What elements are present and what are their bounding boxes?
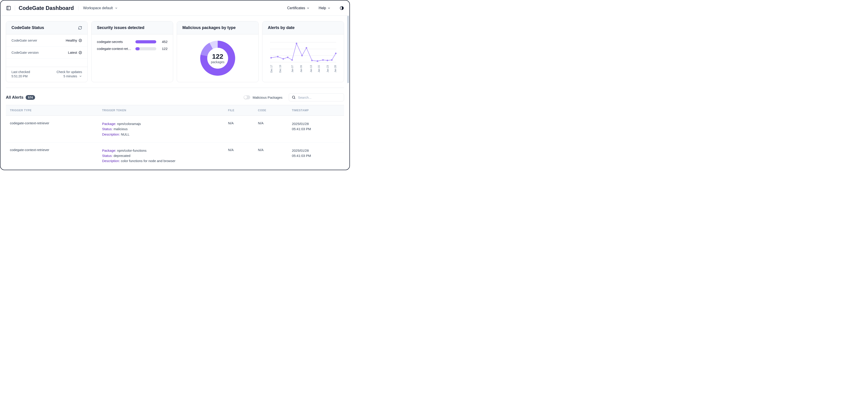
divider xyxy=(78,6,79,10)
cell-code: N/A xyxy=(254,142,288,169)
last-checked-value: 5:51:20 PM xyxy=(11,74,30,78)
status-version-text: Latest xyxy=(68,51,77,55)
malicious-toggle-wrap: Malicious Packages xyxy=(244,95,282,99)
table-header-row: Trigger Type Trigger Token File Code Tim… xyxy=(6,105,344,116)
scrollbar[interactable] xyxy=(347,16,349,83)
status-footer: Last checked 5:51:20 PM Check for update… xyxy=(6,67,88,82)
chevron-down-icon xyxy=(307,6,310,10)
svg-point-17 xyxy=(296,43,297,44)
svg-text:Dec 19: Dec 19 xyxy=(279,65,282,73)
check-updates-dropdown[interactable]: 5 minutes xyxy=(63,74,82,78)
certificates-label: Certificates xyxy=(287,6,305,10)
workspace-dropdown[interactable]: Workspace default xyxy=(83,6,118,10)
col-file: File xyxy=(224,105,254,116)
divider xyxy=(15,5,15,11)
alerts-by-date-title: Alerts by date xyxy=(268,25,294,30)
table-row[interactable]: codegate-context-retriever Package: npm/… xyxy=(6,142,344,169)
content-area: CodeGate Status CodeGate server Healthy … xyxy=(0,16,349,170)
sidebar-toggle-button[interactable] xyxy=(6,5,11,11)
table-row[interactable]: codegate-context-retriever Package: npm/… xyxy=(6,116,344,142)
token-val-status: malicious xyxy=(114,127,128,131)
cell-code: N/A xyxy=(254,116,288,142)
col-trigger-token: Trigger Token xyxy=(98,105,224,116)
certificates-menu[interactable]: Certificates xyxy=(287,6,310,10)
cell-trigger-type: codegate-context-retriever xyxy=(6,116,98,142)
svg-point-19 xyxy=(306,47,307,49)
check-interval: 5 minutes xyxy=(63,74,77,78)
panel-left-icon xyxy=(6,6,11,10)
issue-bar-fill xyxy=(135,47,140,50)
svg-point-14 xyxy=(282,58,284,60)
token-val-status: deprecated xyxy=(114,154,130,158)
status-server-label: CodeGate server xyxy=(11,38,37,42)
help-label: Help xyxy=(319,6,326,10)
last-checked-label: Last checked xyxy=(11,70,30,74)
token-val-package: npm/coloramajs xyxy=(117,122,141,126)
check-updates-label: Check for updates xyxy=(57,70,82,74)
malicious-packages-header: Malicious packages by type xyxy=(177,21,258,34)
issue-row: codegate-secrets 452 xyxy=(97,40,167,43)
cell-timestamp: 2025/01/28 05:41:03 PM xyxy=(288,142,344,169)
theme-toggle-button[interactable] xyxy=(340,6,344,10)
status-card-header: CodeGate Status xyxy=(6,21,88,34)
line-chart: Dec 17 Dec 19 Jan 07 Jan 09 Jan 13 Jan 1… xyxy=(268,40,338,77)
col-timestamp: Timestamp xyxy=(288,105,344,116)
header-right: Certificates Help xyxy=(287,6,344,10)
malicious-packages-title: Malicious packages by type xyxy=(182,25,236,30)
col-trigger-type: Trigger Type xyxy=(6,105,98,116)
security-issues-title: Security issues detected xyxy=(97,25,144,30)
svg-point-25 xyxy=(335,53,337,54)
chevron-down-icon xyxy=(79,75,82,78)
cell-timestamp: 2025/01/28 05:41:03 PM xyxy=(288,116,344,142)
svg-point-22 xyxy=(322,59,324,61)
col-code: Code xyxy=(254,105,288,116)
help-menu[interactable]: Help xyxy=(319,6,331,10)
status-card: CodeGate Status CodeGate server Healthy … xyxy=(6,21,88,82)
ts-time: 05:41:03 PM xyxy=(292,126,340,131)
svg-text:Jan 23: Jan 23 xyxy=(326,65,329,72)
malicious-toggle-label: Malicious Packages xyxy=(252,96,282,99)
token-key-description: Description: xyxy=(102,159,120,163)
svg-point-13 xyxy=(277,56,279,58)
search-wrap[interactable] xyxy=(289,93,344,101)
issue-count: 122 xyxy=(160,47,167,51)
issue-bar-fill xyxy=(135,40,156,43)
issue-label: codegate-secrets xyxy=(97,40,132,43)
summary-cards-row: CodeGate Status CodeGate server Healthy … xyxy=(6,21,344,82)
svg-text:Jan 15: Jan 15 xyxy=(317,65,320,72)
chevron-down-icon xyxy=(328,6,331,10)
token-key-status: Status: xyxy=(102,127,113,131)
svg-line-35 xyxy=(294,98,295,99)
status-card-body: CodeGate server Healthy CodeGate version… xyxy=(6,34,88,82)
alerts-title: All Alerts xyxy=(6,95,23,100)
svg-point-16 xyxy=(291,59,293,61)
status-card-title: CodeGate Status xyxy=(11,25,44,30)
cell-file: N/A xyxy=(224,116,254,142)
ts-date: 2025/01/28 xyxy=(292,148,340,153)
malicious-packages-toggle[interactable] xyxy=(244,95,250,99)
donut-label: packages xyxy=(211,60,224,64)
donut-chart: 122 packages xyxy=(199,40,236,77)
svg-point-12 xyxy=(270,57,272,59)
svg-text:Jan 07: Jan 07 xyxy=(291,65,294,72)
status-server-row: CodeGate server Healthy xyxy=(6,34,88,46)
issue-label: codegate-context-retri... xyxy=(97,47,132,51)
svg-rect-0 xyxy=(7,6,10,10)
malicious-packages-card: Malicious packages by type 122 packages xyxy=(177,21,258,82)
last-checked: Last checked 5:51:20 PM xyxy=(11,70,30,78)
status-version-row: CodeGate version Latest xyxy=(6,46,88,59)
alerts-table: Trigger Type Trigger Token File Code Tim… xyxy=(6,105,344,169)
svg-point-23 xyxy=(327,60,328,61)
search-input[interactable] xyxy=(298,96,341,99)
svg-text:Jan 09: Jan 09 xyxy=(300,65,303,72)
donut-number: 122 xyxy=(212,53,223,60)
alerts-by-date-body: Dec 17 Dec 19 Jan 07 Jan 09 Jan 13 Jan 1… xyxy=(262,34,344,82)
ts-time: 05:41:03 PM xyxy=(292,153,340,158)
refresh-icon[interactable] xyxy=(78,26,82,30)
status-server-value: Healthy xyxy=(66,38,82,42)
donut-center: 122 packages xyxy=(199,40,236,77)
page-title: CodeGate Dashboard xyxy=(19,5,74,11)
cell-file: N/A xyxy=(224,142,254,169)
workspace-label: Workspace default xyxy=(83,6,113,10)
svg-point-24 xyxy=(331,59,333,61)
